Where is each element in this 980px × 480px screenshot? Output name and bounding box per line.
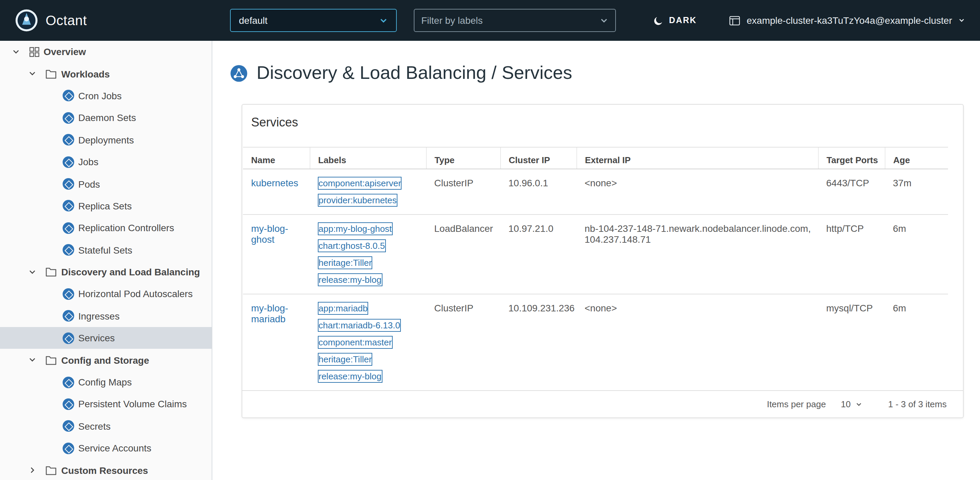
- label-pill[interactable]: chart:ghost-8.0.5: [318, 239, 385, 252]
- sidebar-item-horizontal-pod-autoscalers[interactable]: Horizontal Pod Autoscalers: [0, 283, 212, 305]
- moon-icon: [653, 15, 663, 25]
- sidebar-item-overview[interactable]: Overview: [0, 41, 212, 63]
- sidebar-item-label: Config Maps: [78, 377, 132, 388]
- sidebar-item-ingresses[interactable]: Ingresses: [0, 305, 212, 327]
- ingresses-icon: [63, 310, 74, 322]
- label-pill[interactable]: app:my-blog-ghost: [318, 222, 392, 235]
- items-per-page-select[interactable]: 10: [841, 399, 862, 409]
- label-pill[interactable]: component:apiserver: [318, 177, 402, 190]
- cell-name: my-blog-ghost: [243, 214, 310, 294]
- sidebar-item-secrets[interactable]: Secrets: [0, 415, 212, 437]
- cell-age: 37m: [885, 169, 948, 214]
- chevron-right-icon[interactable]: [27, 466, 37, 475]
- sidebar-group-custom-resources[interactable]: Custom Resources: [0, 459, 212, 480]
- label-filter-input[interactable]: [421, 15, 600, 26]
- discovery-load-balancing-icon: [230, 64, 248, 82]
- daemon-sets-icon: [63, 112, 74, 124]
- dark-toggle-label: DARK: [669, 16, 697, 25]
- card-title: Services: [251, 116, 963, 130]
- label-pill[interactable]: app:mariadb: [318, 302, 369, 315]
- cell-cluster-ip: 10.96.0.1: [500, 169, 576, 214]
- sidebar-group-discovery-and-load-balancing[interactable]: Discovery and Load Balancing: [0, 261, 212, 283]
- cell-type: ClusterIP: [426, 294, 500, 390]
- sidebar-item-services[interactable]: Services: [0, 327, 212, 349]
- sidebar-item-label: Horizontal Pod Autoscalers: [78, 288, 192, 299]
- main-content: Discovery & Load Balancing / Services Se…: [212, 41, 980, 480]
- cell-external-ip: <none>: [576, 169, 818, 214]
- label-pill[interactable]: chart:mariadb-6.13.0: [318, 319, 401, 332]
- service-link[interactable]: kubernetes: [251, 177, 298, 189]
- sidebar-item-deployments[interactable]: Deployments: [0, 129, 212, 151]
- sidebar-item-label: Stateful Sets: [78, 244, 132, 255]
- sidebar-item-label: Daemon Sets: [78, 112, 136, 124]
- cell-age: 6m: [885, 214, 948, 294]
- sidebar-item-pods[interactable]: Pods: [0, 173, 212, 195]
- cell-labels: app:mariadb chart:mariadb-6.13.0 compone…: [310, 294, 426, 390]
- namespace-dropdown[interactable]: default: [230, 9, 397, 32]
- label-pill[interactable]: component:master: [318, 336, 392, 349]
- sidebar-item-label: Replica Sets: [78, 201, 132, 211]
- sidebar-item-daemon-sets[interactable]: Daemon Sets: [0, 107, 212, 129]
- sidebar-item-stateful-sets[interactable]: Stateful Sets: [0, 239, 212, 261]
- sidebar-item-label: Workloads: [61, 68, 110, 79]
- label-pill[interactable]: heritage:Tiller: [318, 256, 372, 269]
- persistent-volume-claims-icon: [63, 398, 74, 410]
- config-maps-icon: [63, 376, 74, 388]
- sidebar-item-label: Replication Controllers: [78, 223, 174, 234]
- label-pill[interactable]: provider:kubernetes: [318, 194, 398, 207]
- chevron-down-icon[interactable]: [27, 267, 37, 277]
- pods-icon: [63, 178, 74, 190]
- folder-icon: [46, 69, 56, 79]
- horizontal-pod-autoscalers-icon: [63, 288, 74, 300]
- sidebar-item-label: Ingresses: [78, 311, 119, 322]
- cell-target-ports: 6443/TCP: [818, 169, 885, 214]
- sidebar-item-jobs[interactable]: Jobs: [0, 151, 212, 173]
- service-link[interactable]: my-blog-ghost: [251, 223, 288, 245]
- octant-logo-icon: [15, 9, 38, 32]
- services-card: Services Name Labels Type Cluster IP Ext…: [242, 104, 964, 418]
- sidebar-item-replication-controllers[interactable]: Replication Controllers: [0, 217, 212, 239]
- cell-target-ports: http/TCP: [818, 214, 885, 294]
- service-link[interactable]: my-blog-mariadb: [251, 303, 288, 324]
- label-pill[interactable]: release:my-blog: [318, 370, 382, 383]
- cluster-selector[interactable]: example-cluster-ka3TuTzYo4a@example-clus…: [729, 0, 965, 41]
- cell-target-ports: mysql/TCP: [818, 294, 885, 390]
- sidebar-group-config-and-storage[interactable]: Config and Storage: [0, 349, 212, 371]
- stateful-sets-icon: [63, 244, 74, 256]
- chevron-down-icon[interactable]: [27, 355, 37, 365]
- sidebar-item-persistent-volume-claims[interactable]: Persistent Volume Claims: [0, 393, 212, 415]
- page-title: Discovery & Load Balancing / Services: [230, 63, 980, 84]
- octant-app-window: Octant default DARK: [0, 0, 980, 480]
- sidebar-item-service-accounts[interactable]: Service Accounts: [0, 437, 212, 459]
- sidebar-group-workloads[interactable]: Workloads: [0, 63, 212, 85]
- chevron-down-icon: [856, 401, 862, 407]
- sidebar-item-replica-sets[interactable]: Replica Sets: [0, 195, 212, 217]
- cell-external-ip: <none>: [576, 294, 818, 390]
- namespace-value: default: [239, 15, 267, 26]
- chevron-down-icon: [379, 16, 388, 25]
- services-table: Name Labels Type Cluster IP External IP …: [243, 147, 948, 390]
- page-title-text: Discovery & Load Balancing / Services: [256, 63, 572, 84]
- sidebar-item-label: Deployments: [78, 135, 134, 146]
- column-header-target-ports: Target Ports: [818, 147, 885, 169]
- chevron-down-icon[interactable]: [27, 69, 37, 79]
- dark-theme-toggle[interactable]: DARK: [653, 0, 697, 41]
- cell-labels: component:apiserver provider:kubernetes: [310, 169, 426, 214]
- sidebar-item-label: Service Accounts: [78, 443, 151, 453]
- column-header-age: Age: [885, 147, 948, 169]
- app-brand[interactable]: Octant: [15, 0, 87, 41]
- chevron-down-icon[interactable]: [11, 47, 21, 56]
- label-pill[interactable]: release:my-blog: [318, 273, 382, 286]
- sidebar-item-config-maps[interactable]: Config Maps: [0, 371, 212, 393]
- label-pill[interactable]: heritage:Tiller: [318, 353, 372, 366]
- sidebar-item-cron-jobs[interactable]: Cron Jobs: [0, 85, 212, 107]
- sidebar-item-label: Config and Storage: [61, 355, 149, 366]
- column-header-labels: Labels: [310, 147, 426, 169]
- cell-labels: app:my-blog-ghost chart:ghost-8.0.5 heri…: [310, 214, 426, 294]
- sidebar-item-label: Jobs: [78, 156, 98, 167]
- sidebar-item-label: Overview: [43, 46, 86, 57]
- replica-sets-icon: [63, 200, 74, 212]
- column-header-cluster-ip: Cluster IP: [500, 147, 576, 169]
- table-row: my-blog-ghost app:my-blog-ghost chart:gh…: [243, 214, 948, 294]
- chevron-down-icon[interactable]: [600, 16, 608, 25]
